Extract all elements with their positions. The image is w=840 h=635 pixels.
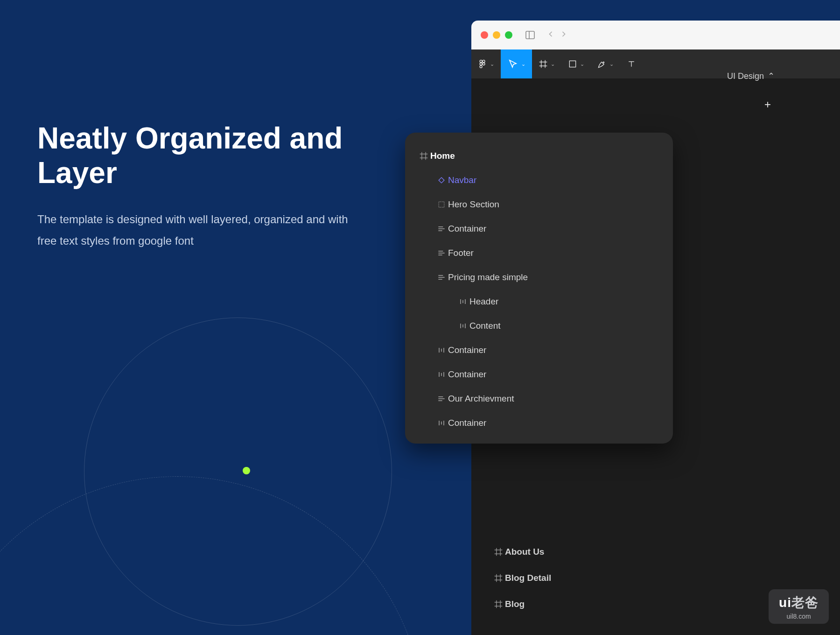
nav-arrows bbox=[546, 29, 568, 41]
autolayout-h-icon bbox=[435, 346, 448, 355]
frame-icon bbox=[492, 573, 505, 583]
decorative-dot bbox=[243, 467, 250, 474]
layer-label: About Us bbox=[505, 547, 544, 557]
promo-body: The template is designed with well layer… bbox=[37, 209, 364, 251]
layer-label: Hero Section bbox=[448, 199, 499, 210]
chevron-down-icon: ⌄ bbox=[580, 61, 584, 67]
close-window-icon[interactable] bbox=[481, 31, 488, 39]
layer-item[interactable]: Pricing made simple bbox=[405, 265, 673, 289]
layer-frame-item[interactable]: Blog Detail bbox=[471, 565, 714, 591]
watermark-url: uil8.com bbox=[779, 613, 819, 620]
layer-item[interactable]: Container bbox=[405, 217, 673, 241]
page-selector-label: UI Design bbox=[727, 71, 764, 81]
layer-item[interactable]: Footer bbox=[405, 241, 673, 265]
browser-chrome bbox=[471, 21, 840, 49]
layer-item[interactable]: Content bbox=[405, 314, 673, 338]
promo-heading: Neatly Organized and Layer bbox=[37, 121, 364, 190]
rectangle-tool-button[interactable]: ⌄ bbox=[561, 49, 591, 78]
chevron-down-icon: ⌄ bbox=[551, 61, 555, 67]
layer-label: Our Archievment bbox=[448, 394, 514, 404]
autolayout-h-icon bbox=[435, 418, 448, 428]
component-icon bbox=[435, 176, 448, 185]
frame-tool-button[interactable]: ⌄ bbox=[532, 49, 561, 78]
layers-panel: Home NavbarHero SectionContainerFooterPr… bbox=[405, 133, 673, 444]
align-left-icon bbox=[435, 394, 448, 403]
layer-label: Container bbox=[448, 345, 486, 355]
svg-point-12 bbox=[603, 62, 604, 63]
layer-item[interactable]: Hero Section bbox=[405, 192, 673, 217]
align-left-icon bbox=[435, 224, 448, 233]
layer-item[interactable]: Header bbox=[405, 289, 673, 314]
frame-icon bbox=[417, 151, 430, 161]
traffic-lights bbox=[481, 31, 512, 39]
watermark: ui老爸 uil8.com bbox=[769, 589, 829, 624]
add-page-button[interactable]: + bbox=[764, 98, 771, 111]
align-left-icon bbox=[435, 248, 448, 258]
layer-frame-home[interactable]: Home bbox=[405, 144, 673, 168]
chevron-down-icon: ⌄ bbox=[609, 61, 614, 67]
svg-rect-19 bbox=[439, 177, 444, 183]
layer-frame-item[interactable]: Blog bbox=[471, 591, 714, 617]
autolayout-h-icon bbox=[435, 370, 448, 379]
layer-label: Container bbox=[448, 224, 486, 234]
layer-item[interactable]: Container bbox=[405, 338, 673, 362]
figma-menu-button[interactable]: ⌄ bbox=[471, 49, 501, 78]
layer-frame-item[interactable]: About Us bbox=[471, 539, 714, 565]
forward-icon[interactable] bbox=[559, 29, 568, 41]
autolayout-h-icon bbox=[456, 321, 469, 331]
align-left-icon bbox=[435, 273, 448, 282]
layer-label: Navbar bbox=[448, 175, 476, 185]
svg-point-4 bbox=[480, 65, 482, 68]
pen-tool-button[interactable]: ⌄ bbox=[591, 49, 620, 78]
layer-label: Content bbox=[469, 321, 501, 331]
page-selector[interactable]: UI Design ⌃ bbox=[727, 71, 775, 81]
sidebar-toggle-icon[interactable] bbox=[525, 29, 536, 41]
layer-label: Container bbox=[448, 369, 486, 380]
chevron-down-icon: ⌄ bbox=[490, 61, 494, 67]
layer-item[interactable]: Container bbox=[405, 411, 673, 435]
plus-icon: + bbox=[764, 98, 771, 111]
autolayout-h-icon bbox=[456, 297, 469, 306]
chevron-down-icon: ⌄ bbox=[521, 61, 525, 67]
svg-point-5 bbox=[483, 60, 485, 63]
svg-point-2 bbox=[480, 60, 482, 63]
text-tool-button[interactable] bbox=[620, 49, 643, 78]
layer-item[interactable]: Navbar bbox=[405, 168, 673, 192]
minimize-window-icon[interactable] bbox=[493, 31, 500, 39]
svg-rect-20 bbox=[439, 202, 444, 207]
layer-label: Pricing made simple bbox=[448, 272, 528, 282]
layer-label: Blog Detail bbox=[505, 573, 551, 583]
move-tool-button[interactable]: ⌄ bbox=[501, 49, 532, 78]
frame-icon bbox=[492, 547, 505, 557]
layer-label: Header bbox=[469, 296, 498, 307]
layer-item[interactable]: Container bbox=[405, 362, 673, 387]
toolbar: ⌄ ⌄ ⌄ ⌄ ⌄ bbox=[471, 49, 840, 78]
back-icon[interactable] bbox=[546, 29, 555, 41]
layer-label: Container bbox=[448, 418, 486, 428]
frame-icon bbox=[492, 600, 505, 609]
svg-rect-0 bbox=[526, 31, 534, 39]
svg-rect-11 bbox=[569, 61, 575, 67]
promo-block: Neatly Organized and Layer The template … bbox=[37, 121, 364, 251]
chevron-up-icon: ⌃ bbox=[768, 71, 775, 81]
layer-label: Blog bbox=[505, 599, 525, 609]
watermark-brand: ui老爸 bbox=[779, 594, 819, 612]
maximize-window-icon[interactable] bbox=[505, 31, 512, 39]
layer-label: Footer bbox=[448, 248, 474, 258]
layer-item[interactable]: Our Archievment bbox=[405, 387, 673, 411]
layer-label: Home bbox=[430, 151, 455, 161]
selection-icon bbox=[435, 200, 448, 209]
svg-point-6 bbox=[483, 63, 485, 65]
svg-point-3 bbox=[480, 63, 482, 65]
layers-list-continued: About UsBlog DetailBlog bbox=[471, 539, 714, 617]
